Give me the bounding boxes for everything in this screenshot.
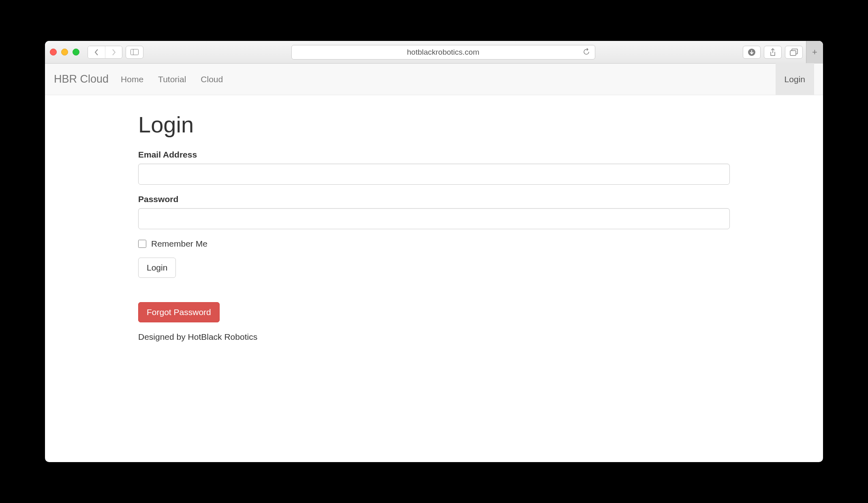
chevron-left-icon	[94, 49, 99, 56]
chevron-right-icon	[111, 49, 116, 56]
nav-link-home[interactable]: Home	[121, 75, 143, 84]
remember-label: Remember Me	[151, 239, 207, 249]
svg-rect-3	[790, 51, 796, 55]
reload-button[interactable]	[583, 48, 590, 56]
nav-link-tutorial[interactable]: Tutorial	[158, 75, 186, 84]
navbar-brand[interactable]: HBR Cloud	[54, 73, 109, 85]
close-window-button[interactable]	[50, 49, 57, 55]
password-group: Password	[138, 194, 730, 229]
download-icon	[748, 48, 756, 56]
svg-rect-0	[131, 49, 139, 55]
browser-toolbar: hotblackrobotics.com +	[45, 41, 823, 64]
back-button[interactable]	[88, 46, 105, 58]
remember-checkbox[interactable]	[138, 240, 146, 248]
remember-group: Remember Me	[138, 239, 730, 249]
address-bar[interactable]: hotblackrobotics.com	[291, 45, 595, 60]
forward-button[interactable]	[105, 46, 122, 58]
nav-link-cloud[interactable]: Cloud	[201, 75, 223, 84]
browser-window: hotblackrobotics.com + HBR Cloud	[45, 41, 823, 462]
navigation-buttons	[88, 46, 122, 59]
email-field[interactable]	[138, 164, 730, 185]
page-navbar: HBR Cloud Home Tutorial Cloud Login	[45, 64, 823, 95]
sidebar-toggle-button[interactable]	[126, 46, 143, 59]
navbar-links: Home Tutorial Cloud	[121, 75, 223, 84]
window-controls	[50, 49, 79, 55]
tabs-button[interactable]	[785, 46, 803, 59]
login-button[interactable]: Login	[138, 258, 176, 278]
downloads-button[interactable]	[743, 46, 761, 59]
password-field[interactable]	[138, 208, 730, 229]
page-title: Login	[138, 111, 730, 138]
email-label: Email Address	[138, 150, 730, 160]
share-button[interactable]	[764, 46, 782, 59]
sidebar-icon	[130, 49, 139, 55]
reload-icon	[583, 48, 590, 56]
forgot-password-button[interactable]: Forgot Password	[138, 302, 220, 322]
footer-text: Designed by HotBlack Robotics	[138, 332, 730, 342]
plus-icon: +	[812, 47, 817, 58]
new-tab-button[interactable]: +	[806, 41, 823, 64]
share-icon	[770, 48, 776, 56]
email-group: Email Address	[138, 150, 730, 185]
address-text: hotblackrobotics.com	[407, 48, 479, 57]
tabs-icon	[790, 49, 798, 56]
nav-link-login[interactable]: Login	[776, 63, 814, 95]
page-content: Login Email Address Password Remember Me…	[45, 95, 823, 462]
minimize-window-button[interactable]	[61, 49, 68, 55]
maximize-window-button[interactable]	[73, 49, 79, 55]
password-label: Password	[138, 194, 730, 204]
